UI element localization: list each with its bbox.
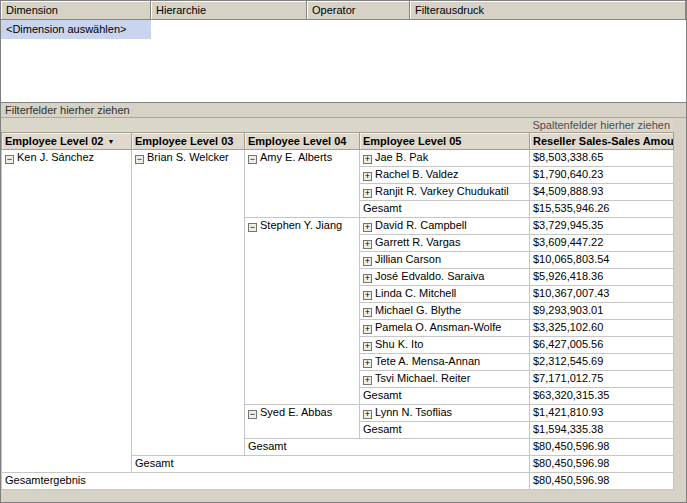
member-cell[interactable]: −Ken J. Sánchez	[2, 150, 132, 473]
expand-icon[interactable]: +	[363, 189, 372, 198]
expand-icon[interactable]: +	[363, 155, 372, 164]
value-cell[interactable]: $9,293,903.01	[530, 303, 674, 320]
value-cell[interactable]: $63,320,315.35	[530, 388, 674, 405]
member-label: Lynn N. Tsoflias	[375, 406, 452, 418]
column-fields-drop-zone[interactable]: Spaltenfelder hierher ziehen	[1, 118, 673, 132]
expand-icon[interactable]: +	[363, 308, 372, 317]
collapse-icon[interactable]: −	[248, 410, 257, 419]
member-cell[interactable]: −Stephen Y. Jiang	[245, 218, 360, 405]
value-cell[interactable]: $3,729,945.35	[530, 218, 674, 235]
member-cell[interactable]: +Tsvi Michael. Reiter	[360, 371, 530, 388]
value-cell[interactable]: $10,367,007.43	[530, 286, 674, 303]
member-label: Amy E. Alberts	[260, 151, 332, 163]
field-header-employee-level-05[interactable]: Employee Level 05	[360, 133, 530, 150]
total-cell[interactable]: Gesamt	[245, 439, 530, 456]
member-cell[interactable]: −Amy E. Alberts	[245, 150, 360, 218]
value-cell[interactable]: $6,427,005.56	[530, 337, 674, 354]
member-cell[interactable]: +Michael G. Blythe	[360, 303, 530, 320]
value-cell[interactable]: $7,171,012.75	[530, 371, 674, 388]
total-cell[interactable]: Gesamt	[360, 422, 530, 439]
value-label: $3,729,945.35	[533, 219, 603, 231]
expand-icon[interactable]: +	[363, 291, 372, 300]
table-row: −Ken J. Sánchez−Brian S. Welcker−Amy E. …	[2, 150, 674, 167]
value-cell[interactable]: $15,535,946.26	[530, 201, 674, 218]
value-cell[interactable]: $5,926,418.36	[530, 269, 674, 286]
member-cell[interactable]: +Ranjit R. Varkey Chudukatil	[360, 184, 530, 201]
total-cell[interactable]: Gesamtergebnis	[2, 473, 530, 490]
field-header-label: Employee Level 02	[5, 135, 103, 147]
filter-grid-row: <Dimension auswählen>	[1, 20, 686, 39]
column-header-dimension[interactable]: Dimension	[1, 1, 151, 20]
expand-icon[interactable]: +	[363, 359, 372, 368]
value-cell[interactable]: $80,450,596.98	[530, 473, 674, 490]
dimension-select-cell[interactable]: <Dimension auswählen>	[1, 20, 151, 39]
member-cell[interactable]: +Jillian Carson	[360, 252, 530, 269]
expand-icon[interactable]: +	[363, 274, 372, 283]
member-cell[interactable]: +Shu K. Ito	[360, 337, 530, 354]
value-cell[interactable]: $1,790,640.23	[530, 167, 674, 184]
member-cell[interactable]: +Rachel B. Valdez	[360, 167, 530, 184]
column-header-hierarchie[interactable]: Hierarchie	[151, 1, 307, 20]
field-header-employee-level-04[interactable]: Employee Level 04	[245, 133, 360, 150]
member-cell[interactable]: +Linda C. Mitchell	[360, 286, 530, 303]
member-cell[interactable]: +Tete A. Mensa-Annan	[360, 354, 530, 371]
member-label: Garrett R. Vargas	[375, 236, 460, 248]
value-label: $8,503,338.65	[533, 151, 603, 163]
value-cell[interactable]: $8,503,338.65	[530, 150, 674, 167]
total-cell[interactable]: Gesamt	[360, 388, 530, 405]
total-cell[interactable]: Gesamt	[132, 456, 530, 473]
field-header-employee-level-02[interactable]: Employee Level 02▼	[2, 133, 132, 150]
value-cell[interactable]: $10,065,803.54	[530, 252, 674, 269]
collapse-icon[interactable]: −	[248, 223, 257, 232]
value-cell[interactable]: $80,450,596.98	[530, 439, 674, 456]
expand-icon[interactable]: +	[363, 376, 372, 385]
value-cell[interactable]: $1,594,335.38	[530, 422, 674, 439]
column-header-filterausdruck[interactable]: Filterausdruck	[410, 1, 686, 20]
value-label: $3,325,102.60	[533, 321, 603, 333]
expand-icon[interactable]: +	[363, 342, 372, 351]
member-cell[interactable]: +Garrett R. Vargas	[360, 235, 530, 252]
member-cell[interactable]: +Jae B. Pak	[360, 150, 530, 167]
member-label: Ken J. Sánchez	[17, 151, 94, 163]
member-cell[interactable]: −Syed E. Abbas	[245, 405, 360, 439]
value-cell[interactable]: $3,325,102.60	[530, 320, 674, 337]
filter-fields-drop-zone[interactable]: Filterfelder hierher ziehen	[1, 103, 686, 118]
member-label: Ranjit R. Varkey Chudukatil	[375, 185, 509, 197]
field-header-label: Employee Level 05	[363, 135, 461, 147]
member-label: Stephen Y. Jiang	[260, 219, 342, 231]
expand-icon[interactable]: +	[363, 325, 372, 334]
member-label: Brian S. Welcker	[147, 151, 229, 163]
value-label: $5,926,418.36	[533, 270, 603, 282]
dropdown-arrow-icon[interactable]: ▼	[107, 138, 114, 145]
expand-icon[interactable]: +	[363, 410, 372, 419]
field-header-employee-level-03[interactable]: Employee Level 03	[132, 133, 245, 150]
collapse-icon[interactable]: −	[135, 155, 144, 164]
member-cell[interactable]: +Pamela O. Ansman-Wolfe	[360, 320, 530, 337]
expand-icon[interactable]: +	[363, 257, 372, 266]
expand-icon[interactable]: +	[363, 240, 372, 249]
value-label: $3,609,447.22	[533, 236, 603, 248]
filter-pane: Dimension Hierarchie Operator Filterausd…	[1, 1, 686, 103]
value-cell[interactable]: $3,609,447.22	[530, 235, 674, 252]
collapse-icon[interactable]: −	[5, 155, 14, 164]
field-header-reseller-sales-sales-amount[interactable]: Reseller Sales-Sales Amount	[530, 133, 674, 150]
column-header-operator[interactable]: Operator	[307, 1, 410, 20]
member-cell[interactable]: +Lynn N. Tsoflias	[360, 405, 530, 422]
total-cell[interactable]: Gesamt	[360, 201, 530, 218]
value-cell[interactable]: $2,312,545.69	[530, 354, 674, 371]
value-cell[interactable]: $1,421,810.93	[530, 405, 674, 422]
expand-icon[interactable]: +	[363, 172, 372, 181]
field-header-label: Employee Level 04	[248, 135, 346, 147]
value-cell[interactable]: $80,450,596.98	[530, 456, 674, 473]
value-label: $80,450,596.98	[533, 440, 609, 452]
field-header-label: Reseller Sales-Sales Amount	[533, 135, 674, 147]
member-cell[interactable]: −Brian S. Welcker	[132, 150, 245, 456]
collapse-icon[interactable]: −	[248, 155, 257, 164]
value-cell[interactable]: $4,509,888.93	[530, 184, 674, 201]
member-cell[interactable]: +José Edvaldo. Saraiva	[360, 269, 530, 286]
member-label: Michael G. Blythe	[375, 304, 461, 316]
column-drop-label: Spaltenfelder hierher ziehen	[532, 119, 670, 131]
member-cell[interactable]: +David R. Campbell	[360, 218, 530, 235]
pivot-table: Employee Level 02▼Employee Level 03Emplo…	[1, 132, 674, 490]
expand-icon[interactable]: +	[363, 223, 372, 232]
